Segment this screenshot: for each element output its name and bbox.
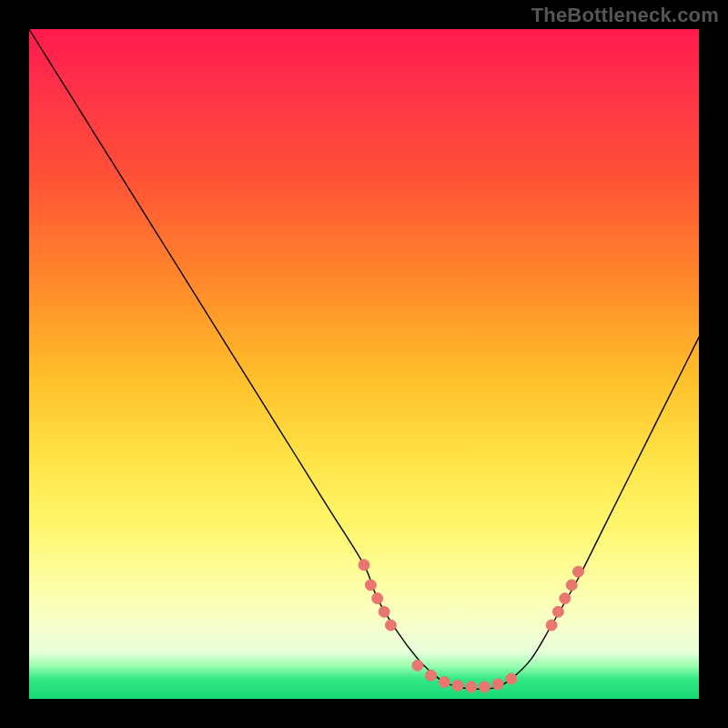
marker-dot: [385, 620, 396, 631]
marker-dot: [379, 606, 389, 617]
marker-dot: [560, 593, 571, 604]
marker-dot: [372, 593, 383, 604]
marker-dot: [506, 673, 517, 684]
marker-dot: [439, 677, 450, 688]
marker-dot: [566, 580, 577, 591]
marker-dot: [412, 660, 423, 671]
marker-dot: [426, 670, 437, 681]
marker-dot: [492, 679, 503, 690]
marker-dot: [365, 580, 376, 591]
watermark-text: TheBottleneck.com: [531, 4, 719, 27]
marker-dot: [552, 606, 563, 617]
bottleneck-curve: [29, 29, 699, 689]
marker-dot: [466, 682, 477, 693]
chart-svg: [29, 29, 699, 699]
plot-area: [29, 29, 699, 699]
marker-dot: [573, 566, 584, 577]
marker-dot: [480, 682, 490, 693]
marker-dot: [452, 680, 463, 691]
chart-frame: TheBottleneck.com: [0, 0, 728, 728]
marker-dots: [359, 560, 584, 693]
marker-dot: [546, 620, 557, 631]
marker-dot: [359, 560, 369, 571]
